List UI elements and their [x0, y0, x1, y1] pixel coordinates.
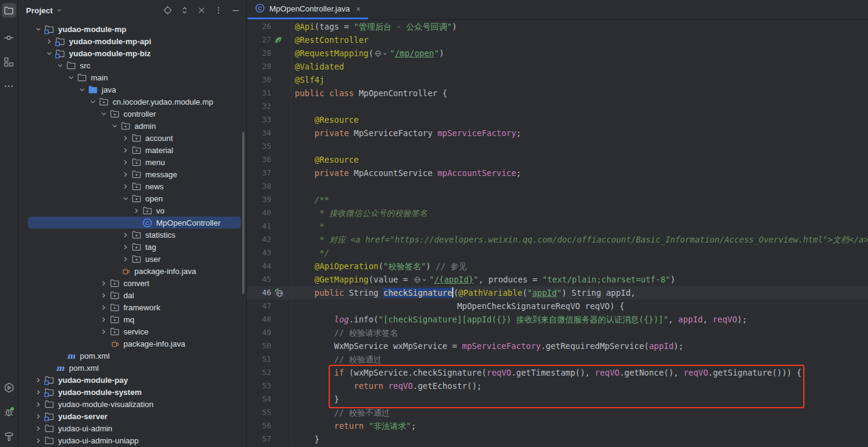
tree-item-admin[interactable]: admin: [18, 120, 246, 132]
tree-item-yudao-module-mp[interactable]: yudao-module-mp: [18, 23, 246, 35]
chevron-down-icon[interactable]: [76, 85, 87, 94]
code-line-51[interactable]: 51 // 校验通过: [247, 353, 868, 366]
commit-icon[interactable]: [2, 30, 16, 45]
hide-panel-icon[interactable]: [231, 5, 240, 15]
chevron-right-icon[interactable]: [120, 145, 131, 155]
code-line-31[interactable]: 31public class MpOpenController {: [247, 86, 868, 100]
tree-item-mq[interactable]: mq: [18, 313, 246, 325]
chevron-down-icon[interactable]: [65, 73, 76, 82]
spring-bean-icon[interactable]: [271, 33, 291, 47]
chevron-right-icon[interactable]: [120, 157, 131, 167]
tree-item-controller[interactable]: controller: [18, 108, 246, 120]
tree-item-framework[interactable]: framework: [18, 301, 246, 313]
build-icon[interactable]: [2, 429, 16, 443]
code-line-26[interactable]: 26@Api(tags = "管理后台 - 公众号回调"): [247, 20, 868, 33]
code-line-57[interactable]: 57 }: [247, 432, 868, 446]
chevron-right-icon[interactable]: [120, 254, 131, 264]
tree-item-yudao-module-system[interactable]: yudao-module-system: [18, 386, 246, 398]
code-editor[interactable]: 26@Api(tags = "管理后台 - 公众号回调")27@RestCont…: [247, 20, 868, 447]
code-line-52[interactable]: 52 if (wxMpService.checkSignature(reqVO.…: [247, 366, 868, 379]
tree-item-package-info-java[interactable]: package-info.java: [18, 338, 246, 350]
tree-item-material[interactable]: material: [18, 144, 246, 156]
more-tools-icon[interactable]: [2, 79, 16, 93]
chevron-right-icon[interactable]: [33, 423, 44, 433]
tree-item-vo[interactable]: vo: [18, 204, 246, 217]
code-line-53[interactable]: 53 return reqVO.getEchostr();: [247, 379, 868, 393]
project-panel-title[interactable]: Project: [26, 6, 53, 15]
code-line-30[interactable]: 30@Slf4j: [247, 73, 868, 86]
chevron-right-icon[interactable]: [33, 399, 44, 409]
chevron-right-icon[interactable]: [131, 206, 142, 215]
code-line-32[interactable]: 32: [247, 100, 868, 113]
chevron-right-icon[interactable]: [98, 315, 109, 324]
code-line-45[interactable]: 45 @GetMapping(value = "/{appId}", produ…: [247, 273, 868, 286]
code-line-50[interactable]: 50 WxMpService wxMpService = mpServiceFa…: [247, 339, 868, 353]
code-line-42[interactable]: 42 * 对应 <a href="https://developers.weix…: [247, 233, 868, 246]
editor-tab-mpopencontroller[interactable]: C MpOpenController.java ×: [248, 0, 368, 19]
chevron-right-icon[interactable]: [98, 302, 109, 312]
code-line-33[interactable]: 33 @Resource: [247, 113, 868, 126]
code-line-47[interactable]: 47 MpOpenCheckSignatureReqVO reqVO) {: [247, 299, 868, 313]
tree-item-tag[interactable]: tag: [18, 241, 246, 253]
chevron-right-icon[interactable]: [120, 181, 131, 191]
structure-icon[interactable]: [2, 54, 16, 69]
close-icon[interactable]: ×: [356, 5, 361, 13]
url-inlay-icon[interactable]: [374, 50, 387, 57]
tree-item-yudao-module-visualization[interactable]: yudao-module-visualization: [18, 398, 246, 410]
code-line-37[interactable]: 37 private MpAccountService mpAccountSer…: [247, 166, 868, 180]
code-line-49[interactable]: 49 // 校验请求签名: [247, 326, 868, 339]
code-line-48[interactable]: 48 log.info("[checkSignature][appId({}) …: [247, 313, 868, 326]
chevron-right-icon[interactable]: [98, 290, 109, 300]
code-line-44[interactable]: 44 @ApiOperation("校验签名") // 参见: [247, 259, 868, 273]
code-line-54[interactable]: 54 }: [247, 393, 868, 406]
more-options-icon[interactable]: [214, 5, 223, 15]
code-line-35[interactable]: 35: [247, 140, 868, 153]
tree-item-user[interactable]: user: [18, 253, 246, 265]
code-line-56[interactable]: 56 return "非法请求";: [247, 419, 868, 432]
tree-item-src[interactable]: src: [18, 59, 246, 71]
problems-icon[interactable]: [2, 405, 16, 419]
tree-item-yudao-server[interactable]: yudao-server: [18, 410, 246, 422]
tree-item-statistics[interactable]: statistics: [18, 229, 246, 241]
chevron-right-icon[interactable]: [33, 436, 44, 445]
code-line-38[interactable]: 38: [247, 180, 868, 193]
chevron-down-icon[interactable]: [56, 7, 63, 14]
tree-item-yudao-ui-admin[interactable]: yudao-ui-admin: [18, 422, 246, 434]
chevron-down-icon[interactable]: [109, 121, 120, 131]
tree-item-mpopencontroller[interactable]: CMpOpenController: [18, 217, 246, 229]
chevron-right-icon[interactable]: [98, 278, 109, 288]
code-line-46[interactable]: 46 public String checkSignature(@PathVar…: [247, 286, 868, 299]
tree-item-yudao-ui-admin-uniapp[interactable]: yudao-ui-admin-uniapp: [18, 434, 246, 446]
tree-item-service[interactable]: service: [18, 325, 246, 338]
chevron-down-icon[interactable]: [33, 24, 44, 34]
locate-icon[interactable]: [163, 5, 173, 15]
tree-item-package-info-java[interactable]: package-info.java: [18, 265, 246, 277]
chevron-down-icon[interactable]: [120, 194, 131, 203]
tree-item-open[interactable]: open: [18, 192, 246, 204]
chevron-right-icon[interactable]: [98, 327, 109, 336]
chevron-right-icon[interactable]: [120, 133, 131, 143]
url-mapping-icon[interactable]: [271, 286, 291, 299]
code-line-28[interactable]: 28@RequestMapping("/mp/open"): [247, 47, 868, 60]
tree-item-java[interactable]: java: [18, 83, 246, 96]
tree-item-dal[interactable]: dal: [18, 289, 246, 301]
tree-item-yudao-module-mp-biz[interactable]: yudao-module-mp-biz: [18, 47, 246, 59]
chevron-right-icon[interactable]: [33, 411, 44, 421]
tree-item-message[interactable]: message: [18, 168, 246, 180]
code-line-55[interactable]: 55 // 校验不通过: [247, 406, 868, 419]
code-line-40[interactable]: 40 * 接收微信公众号的校验签名: [247, 206, 868, 220]
tree-item-main[interactable]: main: [18, 71, 246, 83]
code-line-34[interactable]: 34 private MpServiceFactory mpServiceFac…: [247, 126, 868, 140]
code-line-29[interactable]: 29@Validated: [247, 60, 868, 73]
chevron-down-icon[interactable]: [44, 48, 54, 58]
project-icon[interactable]: [2, 3, 16, 18]
chevron-right-icon[interactable]: [44, 36, 54, 46]
chevron-right-icon[interactable]: [120, 230, 131, 240]
tree-item-menu[interactable]: menu: [18, 156, 246, 168]
tree-item-news[interactable]: news: [18, 180, 246, 192]
code-line-41[interactable]: 41 *: [247, 220, 868, 233]
chevron-down-icon[interactable]: [54, 60, 65, 70]
tree-item-convert[interactable]: convert: [18, 277, 246, 289]
code-line-36[interactable]: 36 @Resource: [247, 153, 868, 166]
tree-item-pom-xml[interactable]: mpom.xml: [18, 350, 246, 362]
